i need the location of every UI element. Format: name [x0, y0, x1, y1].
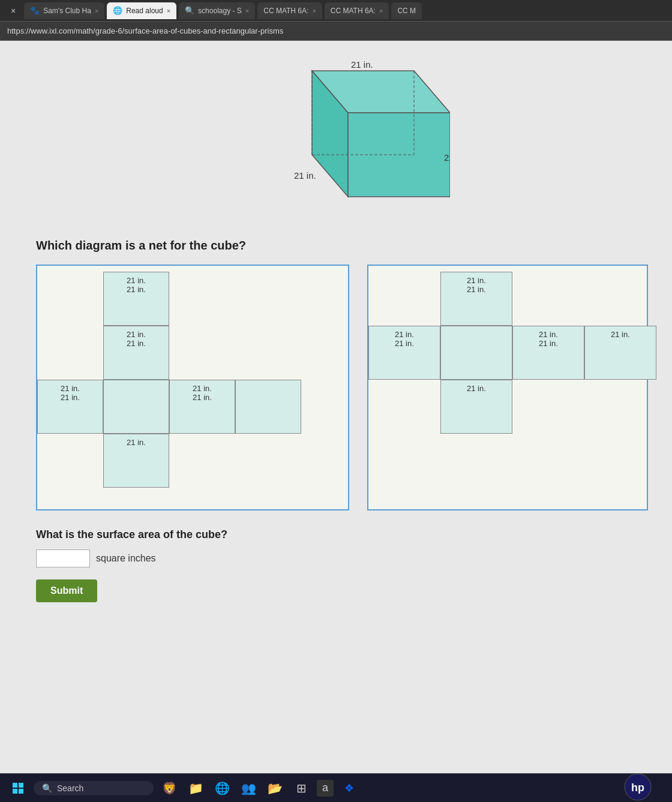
taskbar-avatar-icon[interactable]: 🦁 [158, 777, 180, 799]
net-right-r2c1: 21 in. 21 in. [368, 326, 440, 380]
net-diagram-left[interactable]: 21 in. 21 in. 21 in. 21 in. 21 in. 21 in… [36, 265, 349, 510]
windows-start-button[interactable] [7, 777, 29, 799]
net-diagram-right[interactable]: 21 in. 21 in. 21 in. 21 in. 21 in. 21 in… [367, 265, 648, 510]
taskbar-folder-icon[interactable]: 📂 [264, 777, 286, 799]
sams-tab-label: Sam's Club Ha [43, 7, 91, 15]
cube-svg: 21 in. 21 in. 21 in. [234, 59, 450, 227]
read-tab-close[interactable]: × [167, 7, 170, 14]
submit-button[interactable]: Submit [36, 579, 97, 602]
svg-rect-11 [13, 789, 17, 794]
cube-illustration: 21 in. 21 in. 21 in. [36, 53, 648, 227]
tab-sams[interactable]: 🐾 Sam's Club Ha × [24, 2, 104, 19]
svg-text:21 in.: 21 in. [351, 59, 373, 70]
taskbar-edge-icon[interactable]: 🌐 [211, 777, 233, 799]
net-cell-r3c1: 21 in. 21 in. [37, 380, 103, 434]
net-cell-top: 21 in. 21 in. [103, 272, 169, 326]
net-right-r2c2 [440, 326, 512, 380]
sams-tab-close[interactable]: × [95, 7, 98, 14]
ccm-tab-label: CC M [397, 7, 416, 15]
net-right-r2c3: 21 in. 21 in. [512, 326, 584, 380]
svg-text:hp: hp [631, 782, 644, 794]
ccmath1-tab-close[interactable]: × [312, 7, 316, 14]
svg-rect-12 [19, 789, 23, 794]
net-right-r3c2: 21 in. [440, 380, 512, 434]
schoology-tab-close[interactable]: × [245, 7, 249, 14]
url-display: https://www.ixl.com/math/grade-6/surface… [7, 26, 283, 35]
hp-logo: hp [623, 772, 653, 803]
taskbar-apps-icon[interactable]: ⊞ [290, 777, 312, 799]
read-tab-label: Read aloud [126, 7, 163, 15]
net-cell-r3c4 [235, 380, 301, 434]
schoology-tab-icon: 🔍 [185, 6, 194, 15]
taskbar-search-label: Search [57, 783, 83, 793]
unit-label: square inches [96, 553, 156, 564]
answer-row: square inches [36, 549, 648, 567]
tab-schoology[interactable]: 🔍 schoolagy - S × [179, 2, 255, 19]
tab-ccmath2[interactable]: CC MATH 6A: × [325, 2, 389, 19]
tab-ccmath1[interactable]: CC MATH 6A: × [257, 2, 322, 19]
taskbar-dropbox-icon[interactable]: ❖ [338, 777, 360, 799]
schoology-tab-label: schoolagy - S [198, 7, 242, 15]
question1-text: Which diagram is a net for the cube? [36, 239, 648, 253]
ccmath2-tab-close[interactable]: × [379, 7, 383, 14]
surface-area-input[interactable] [36, 549, 90, 567]
net-right-r1c2: 21 in. 21 in. [440, 272, 512, 326]
read-tab-icon: 🌐 [113, 6, 122, 15]
tab-ccm[interactable]: CC M [391, 2, 422, 19]
taskbar-text-icon[interactable]: a [317, 780, 334, 797]
taskbar-teams-icon[interactable]: 👥 [238, 777, 259, 799]
sams-tab-icon: 🐾 [30, 6, 40, 15]
net-cell-r2c2: 21 in. 21 in. [103, 326, 169, 380]
net-right-r2c4: 21 in. [584, 326, 656, 380]
svg-text:21 in.: 21 in. [294, 170, 316, 181]
svg-rect-9 [13, 783, 17, 788]
svg-text:21 in.: 21 in. [444, 152, 450, 163]
net-cell-bottom: 21 in. [103, 434, 169, 488]
net-cell-r3c3: 21 in. 21 in. [169, 380, 235, 434]
net-cell-r3c2 [103, 380, 169, 434]
svg-rect-10 [19, 783, 23, 788]
ccmath1-tab-label: CC MATH 6A: [263, 7, 308, 15]
taskbar-file-icon[interactable]: 📁 [185, 777, 206, 799]
address-bar[interactable]: https://www.ixl.com/math/grade-6/surface… [0, 22, 672, 41]
taskbar: 🔍 Search 🦁 📁 🌐 👥 📂 ⊞ a ❖ hp [0, 773, 672, 802]
content-area: 21 in. 21 in. 21 in. Which diagram is a … [0, 41, 672, 797]
taskbar-search[interactable]: 🔍 Search [34, 781, 154, 795]
tab-read-aloud[interactable]: 🌐 Read aloud × [107, 2, 176, 19]
tab-close-x[interactable]: × [5, 2, 22, 19]
windows-icon [12, 782, 24, 794]
diagrams-row: 21 in. 21 in. 21 in. 21 in. 21 in. 21 in… [36, 265, 648, 510]
browser-tab-bar: × 🐾 Sam's Club Ha × 🌐 Read aloud × 🔍 sch… [0, 0, 672, 22]
cube-wrapper: 21 in. 21 in. 21 in. [234, 59, 450, 227]
taskbar-search-icon: 🔍 [42, 783, 52, 793]
question2-text: What is the surface area of the cube? [36, 528, 648, 541]
ccmath2-tab-label: CC MATH 6A: [331, 7, 376, 15]
